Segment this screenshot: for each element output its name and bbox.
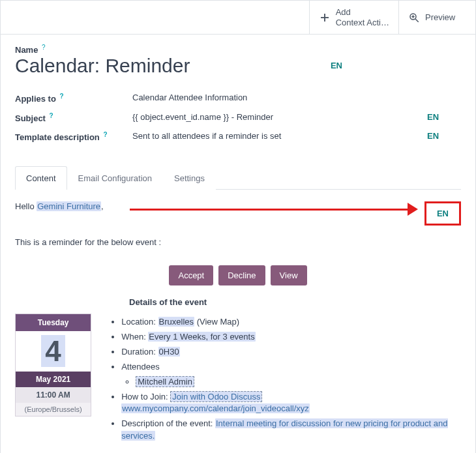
help-icon[interactable]: ? <box>59 93 63 100</box>
subject-value[interactable]: {{ object.event_id.name }} - Reminder <box>132 108 422 127</box>
tab-content[interactable]: Content <box>15 166 67 190</box>
translate-name-button[interactable]: EN <box>325 58 348 73</box>
subject-label: Subject <box>15 113 46 123</box>
event-attendee: Mitchell Admin <box>136 376 461 388</box>
calendar-time: 11:00 AM <box>16 387 91 403</box>
fields-table: Applies to ? Calendar Attendee Informati… <box>15 89 461 146</box>
calendar-card: Tuesday 4 May 2021 11:00 AM (Europe/Brus… <box>15 314 91 416</box>
tab-settings[interactable]: Settings <box>163 166 216 190</box>
add-context-action-button[interactable]: Add Context Acti… <box>309 1 398 34</box>
calendar-day-of-week: Tuesday <box>16 314 91 331</box>
template-name[interactable]: Calendar: Reminder <box>15 55 190 77</box>
calendar-day-of-month: 4 <box>16 331 91 372</box>
applies-to-label: Applies to <box>15 95 56 104</box>
annotation-arrow <box>130 201 418 218</box>
hello-prefix: Hello <box>15 201 37 211</box>
template-desc-label: Template description <box>15 132 100 142</box>
translate-body-button[interactable]: EN <box>437 209 449 218</box>
top-action-bar: Add Context Acti… Preview <box>1 1 475 35</box>
plus-icon <box>319 12 331 23</box>
template-body-editor[interactable]: Hello Gemini Furniture, EN This is a rem… <box>15 190 461 445</box>
calendar-timezone: (Europe/Brussels) <box>16 403 91 416</box>
preview-button[interactable]: Preview <box>398 1 475 34</box>
add-context-action-label: Add Context Acti… <box>336 7 389 27</box>
hello-recipient: Gemini Furniture <box>37 201 101 211</box>
help-icon[interactable]: ? <box>50 112 53 119</box>
applies-to-value[interactable]: Calendar Attendee Information <box>132 89 422 108</box>
translate-subject-button[interactable]: EN <box>422 110 444 124</box>
name-field-label: Name <box>15 45 38 55</box>
join-url[interactable]: www.mycompany.com/calendar/join_videocal… <box>121 403 310 413</box>
preview-label: Preview <box>425 12 455 23</box>
tab-email-config[interactable]: Email Configuration <box>67 166 163 190</box>
reminder-text: This is a reminder for the below event : <box>15 237 461 247</box>
calendar-month-year: May 2021 <box>16 372 91 387</box>
event-details-list: Location: Bruxelles (View Map) When: Eve… <box>110 314 461 445</box>
help-icon[interactable]: ? <box>42 44 46 51</box>
event-attendees: Attendees Mitchell Admin <box>121 361 461 388</box>
event-duration: Duration: 0H30 <box>121 346 461 358</box>
help-icon[interactable]: ? <box>103 131 107 138</box>
accept-button[interactable]: Accept <box>169 265 213 285</box>
spacer <box>1 1 309 34</box>
hello-suffix: , <box>101 201 104 211</box>
event-when: When: Every 1 Weeks, for 3 events <box>121 331 461 343</box>
svg-line-3 <box>415 19 419 22</box>
view-button[interactable]: View <box>271 265 307 285</box>
preview-icon <box>408 12 420 23</box>
event-how-to-join: How to Join: Join with Odoo Discuss www.… <box>121 391 461 416</box>
template-desc-value[interactable]: Sent to all attendees if a reminder is s… <box>132 127 422 146</box>
details-of-event-heading: Details of the event <box>129 297 461 307</box>
translate-body-highlight: EN <box>424 201 461 226</box>
decline-button[interactable]: Decline <box>218 265 265 285</box>
event-location: Location: Bruxelles (View Map) <box>121 316 461 329</box>
tabs: Content Email Configuration Settings <box>15 166 461 190</box>
translate-desc-button[interactable]: EN <box>422 128 444 143</box>
event-description: Description of the event: Internal meeti… <box>121 418 461 443</box>
